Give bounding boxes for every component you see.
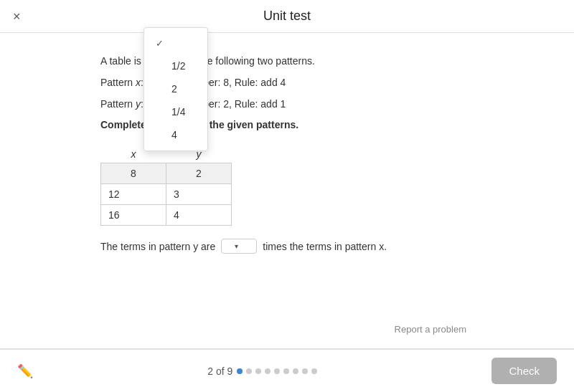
dropdown-option-label: 4: [171, 129, 177, 140]
dropdown-item[interactable]: ✓: [144, 32, 207, 54]
check-icon: ✓: [156, 38, 169, 49]
report-problem-link[interactable]: Report a problem: [395, 324, 466, 335]
table-cell: [101, 184, 166, 205]
dropdown-row: The terms in pattern y are ▾ times the t…: [100, 239, 474, 254]
table-input-y[interactable]: [174, 209, 224, 221]
table-cell: 2: [166, 163, 232, 184]
table-cell: [166, 205, 232, 226]
progress-dot: [246, 368, 252, 374]
progress-dot: [265, 368, 270, 374]
table-input-x[interactable]: [108, 209, 159, 221]
dropdown-option-label: 2: [171, 83, 177, 95]
dropdown-item[interactable]: 1/4: [144, 100, 207, 123]
table-input-y[interactable]: [174, 188, 224, 200]
progress-dot: [293, 368, 298, 374]
dropdown-option-label: 1/2: [171, 60, 185, 72]
footer-center: 2 of 9: [207, 365, 317, 377]
pencil-icon: ✏️: [17, 363, 33, 379]
chevron-down-icon: ▾: [235, 242, 238, 250]
progress-dots: [237, 368, 317, 374]
progress-dot: [283, 368, 289, 374]
table-input-x[interactable]: [108, 188, 159, 200]
page-title: Unit test: [263, 9, 311, 24]
dropdown-after-text: times the terms in pattern x.: [263, 241, 387, 252]
multiplier-dropdown[interactable]: ▾: [221, 239, 257, 254]
progress-dot: [255, 368, 261, 374]
table-cell: 8: [101, 163, 166, 184]
page-indicator: 2 of 9: [207, 365, 232, 377]
pattern-table: x y 82: [100, 145, 232, 226]
dropdown-option-label: 1/4: [171, 106, 185, 118]
progress-dot: [311, 368, 317, 374]
header: × Unit test: [0, 0, 574, 33]
dropdown-menu: ✓1/221/44: [144, 27, 208, 151]
progress-dot: [237, 368, 243, 374]
footer-left: ✏️: [17, 363, 33, 379]
footer: ✏️ 2 of 9 Check: [0, 349, 574, 392]
dropdown-item[interactable]: 2: [144, 77, 207, 100]
dropdown-item[interactable]: 4: [144, 123, 207, 146]
dropdown-item[interactable]: 1/2: [144, 54, 207, 77]
main-content: A table is made using the following two …: [0, 33, 574, 268]
dropdown-before-text: The terms in pattern y are: [100, 241, 215, 252]
check-button[interactable]: Check: [491, 358, 557, 384]
close-button[interactable]: ×: [13, 10, 21, 23]
table-cell: [101, 205, 166, 226]
progress-dot: [302, 368, 308, 374]
progress-dot: [274, 368, 280, 374]
table-cell: [166, 184, 232, 205]
